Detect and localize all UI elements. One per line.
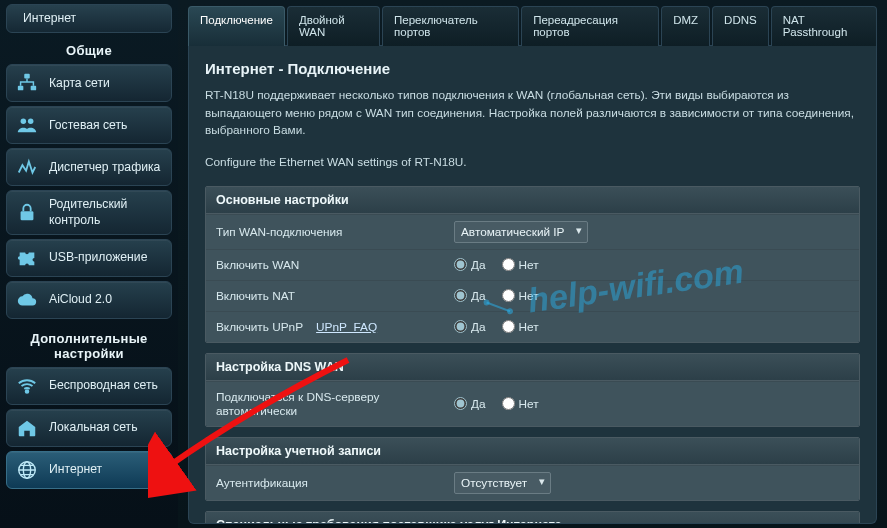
sidebar-item-label: Карта сети xyxy=(49,76,110,91)
sidebar-item-label: Беспроводная сеть xyxy=(49,378,158,393)
tab-port-forward[interactable]: Переадресация портов xyxy=(521,6,659,46)
traffic-icon xyxy=(15,155,39,179)
radio-enable-nat-yes[interactable] xyxy=(454,289,467,302)
sidebar-item-usb-app[interactable]: USB-приложение xyxy=(6,239,172,277)
cloud-icon xyxy=(15,288,39,312)
sidebar-item-label: Локальная сеть xyxy=(49,420,138,435)
settings-panel: Интернет - Подключение RT-N18U поддержив… xyxy=(188,46,877,524)
label-enable-wan: Включить WAN xyxy=(206,250,444,280)
tab-connection[interactable]: Подключение xyxy=(188,6,285,46)
sidebar-item-label: Гостевая сеть xyxy=(49,118,127,133)
guests-icon xyxy=(15,113,39,137)
sidebar-section-advanced: Дополнительные настройки xyxy=(6,331,172,361)
sidebar-item-lan[interactable]: Локальная сеть xyxy=(6,409,172,447)
select-wan-type[interactable]: Автоматический IP xyxy=(454,221,588,243)
radio-dns-yes[interactable] xyxy=(454,397,467,410)
svg-point-5 xyxy=(21,119,26,125)
sidebar-item-parental-control[interactable]: Родительский контроль xyxy=(6,190,172,235)
page-title: Интернет - Подключение xyxy=(205,60,860,77)
sidebar-item-traffic-manager[interactable]: Диспетчер трафика xyxy=(6,148,172,186)
sidebar-item-label: Интернет xyxy=(49,462,102,477)
radio-enable-upnp-no[interactable] xyxy=(502,320,515,333)
radio-enable-wan-yes[interactable] xyxy=(454,258,467,271)
sidebar-item-guest-network[interactable]: Гостевая сеть xyxy=(6,106,172,144)
section-account: Настройка учетной записи Аутентификация … xyxy=(205,437,860,501)
label-auth: Аутентификация xyxy=(206,468,444,498)
svg-point-8 xyxy=(26,390,29,393)
svg-rect-3 xyxy=(18,86,24,91)
radio-enable-nat-no[interactable] xyxy=(502,289,515,302)
svg-rect-4 xyxy=(31,86,36,91)
link-upnp-faq[interactable]: UPnP_FAQ xyxy=(316,320,377,334)
sidebar-item-label: Диспетчер трафика xyxy=(49,160,160,175)
intro-text-1: RT-N18U поддерживает несколько типов под… xyxy=(205,87,860,140)
sidebar-item-wireless[interactable]: Беспроводная сеть xyxy=(6,367,172,405)
radio-enable-wan-no[interactable] xyxy=(502,258,515,271)
tab-port-trigger[interactable]: Переключатель портов xyxy=(382,6,519,46)
label-dns-auto: Подключаться к DNS-серверу автоматически xyxy=(206,382,444,426)
sidebar-item-internet[interactable]: Интернет xyxy=(6,451,172,489)
globe-icon xyxy=(15,458,39,482)
radio-dns-no[interactable] xyxy=(502,397,515,410)
section-account-header: Настройка учетной записи xyxy=(206,438,859,465)
tab-nat-passthrough[interactable]: NAT Passthrough xyxy=(771,6,877,46)
sidebar-item-label: USB-приложение xyxy=(49,250,147,265)
radio-enable-upnp-yes[interactable] xyxy=(454,320,467,333)
label-wan-type: Тип WAN-подключения xyxy=(206,217,444,247)
section-dns-header: Настройка DNS WAN xyxy=(206,354,859,381)
label-enable-upnp: Включить UPnP UPnP_FAQ xyxy=(206,312,444,342)
sidebar-item-label: AiCloud 2.0 xyxy=(49,292,112,307)
section-isp-header: Специальные требования поставщика услуг … xyxy=(206,512,859,524)
sidebar-item-network-map[interactable]: Карта сети xyxy=(6,64,172,102)
sidebar: Интернет Общие Карта сети Гостевая сеть … xyxy=(0,0,178,528)
wifi-icon xyxy=(15,374,39,398)
main-content: Подключение Двойной WAN Переключатель по… xyxy=(178,0,887,528)
sidebar-top-label: Интернет xyxy=(23,11,76,26)
tab-dual-wan[interactable]: Двойной WAN xyxy=(287,6,380,46)
sidebar-item-aicloud[interactable]: AiCloud 2.0 xyxy=(6,281,172,319)
select-auth[interactable]: Отсутствует xyxy=(454,472,551,494)
puzzle-icon xyxy=(15,246,39,270)
label-enable-nat: Включить NAT xyxy=(206,281,444,311)
section-basic-header: Основные настройки xyxy=(206,187,859,214)
home-icon xyxy=(15,416,39,440)
tab-ddns[interactable]: DDNS xyxy=(712,6,769,46)
section-basic: Основные настройки Тип WAN-подключения А… xyxy=(205,186,860,343)
section-isp: Специальные требования поставщика услуг … xyxy=(205,511,860,524)
svg-point-6 xyxy=(28,119,33,125)
sidebar-item-label: Родительский контроль xyxy=(49,197,163,228)
section-dns: Настройка DNS WAN Подключаться к DNS-сер… xyxy=(205,353,860,427)
intro-text-2: Configure the Ethernet WAN settings of R… xyxy=(205,154,860,172)
svg-rect-2 xyxy=(24,74,30,79)
svg-rect-7 xyxy=(21,211,34,220)
sidebar-section-general: Общие xyxy=(6,43,172,58)
network-map-icon xyxy=(15,71,39,95)
lock-icon xyxy=(15,201,39,225)
tab-dmz[interactable]: DMZ xyxy=(661,6,710,46)
tab-bar: Подключение Двойной WAN Переключатель по… xyxy=(188,6,877,46)
sidebar-top-internet[interactable]: Интернет xyxy=(6,4,172,33)
